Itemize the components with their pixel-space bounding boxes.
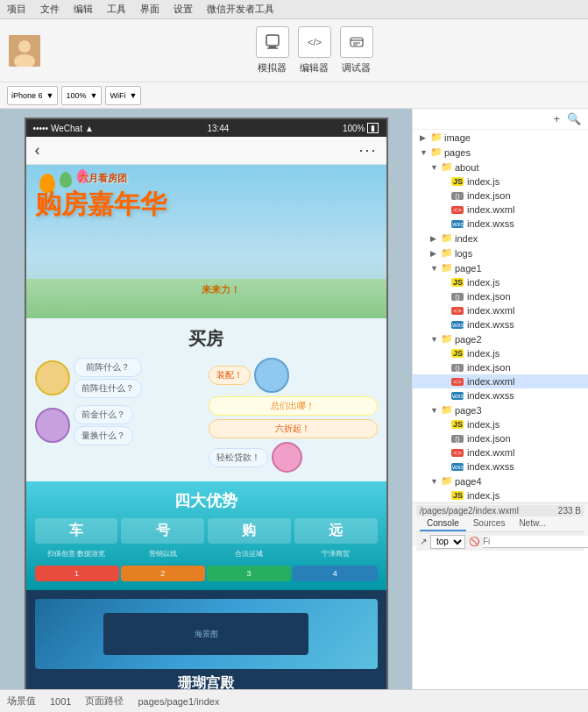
- folder-page1[interactable]: ▼ 📁 page1: [413, 260, 588, 275]
- svg-rect-3: [266, 35, 279, 46]
- phone-status-bar: ••••• WeChat ▲ 13:44 100% ▮: [26, 119, 386, 137]
- phone-frame: ••••• WeChat ▲ 13:44 100% ▮ ‹ ···: [25, 117, 388, 689]
- more-button[interactable]: ···: [358, 141, 377, 160]
- banner-image: 六月看房团 购房嘉年华 400-8828-7886 来来力！: [26, 165, 386, 318]
- tag-1: 前阵什么？: [74, 358, 142, 377]
- menu-item-view[interactable]: 界面: [140, 3, 159, 16]
- page2-index-wxss[interactable]: wxss index.wxss: [413, 388, 588, 402]
- field-label: 场景值: [7, 694, 36, 708]
- svg-point-1: [18, 40, 31, 53]
- console-cursor-icon: ↗: [420, 537, 427, 546]
- tag-2: 前阵往什么？: [74, 379, 142, 398]
- banner-line1: 六月看房团: [79, 172, 127, 185]
- menu-bar: 项目 文件 编辑 工具 界面 设置 微信开发者工具: [0, 0, 588, 19]
- debugger-button[interactable]: 调试器: [340, 26, 373, 75]
- wechat-label: WeChat: [51, 124, 82, 133]
- advantages-section: 四大优势 车 号 购 远: [26, 481, 386, 590]
- menu-item-file[interactable]: 文件: [40, 3, 60, 16]
- adv-item-1: 车: [35, 518, 118, 544]
- buy-house-right: 装配！ 总们出哪！ 六折起！ 轻松贷款！: [209, 358, 378, 473]
- avatar-4: [272, 442, 302, 473]
- page1-index-json[interactable]: {} index.json: [413, 289, 588, 303]
- back-button[interactable]: ‹: [35, 141, 40, 160]
- page1-index-js[interactable]: JS index.js: [413, 275, 588, 289]
- page1-index-wxml[interactable]: <> index.wxml: [413, 303, 588, 317]
- page3-index-wxss[interactable]: wxss index.wxss: [413, 459, 588, 473]
- advantages-title: 四大优势: [35, 490, 378, 511]
- folder-logs[interactable]: ▶ 📁 logs: [413, 246, 588, 260]
- console-bar: ↗ top 🚫: [416, 531, 584, 551]
- avatar: [9, 35, 40, 67]
- advantages-sub: 扫保创意·数据游览 营销以线 合法运城 宁泽商贸: [35, 549, 378, 559]
- palace-title: 珊瑚宫殿: [35, 674, 378, 689]
- battery-icon: ▮: [367, 123, 379, 133]
- page3-index-js[interactable]: JS index.js: [413, 417, 588, 431]
- tag-r4: 轻松贷款！: [209, 448, 268, 467]
- search-icon[interactable]: 🔍: [567, 112, 581, 125]
- simulator-button[interactable]: 模拟器: [256, 26, 289, 75]
- buy-house-section: 买房 前阵什么？ 前阵往什么？: [26, 318, 386, 481]
- tab-console[interactable]: Console: [420, 516, 466, 531]
- console-input[interactable]: [483, 536, 588, 548]
- folder-page2[interactable]: ▼ 📁 page2: [413, 331, 588, 346]
- about-index-js[interactable]: JS index.js: [413, 174, 588, 189]
- menu-item-wechat-tools[interactable]: 微信开发者工具: [207, 3, 274, 16]
- adv-item-4: 远: [294, 518, 378, 544]
- tab-network[interactable]: Netw...: [512, 516, 553, 531]
- path-value: pages/page1/index: [138, 696, 219, 707]
- menu-item-edit[interactable]: 编辑: [74, 3, 93, 16]
- page4-index-js[interactable]: JS index.js: [413, 488, 588, 502]
- folder-index[interactable]: ▶ 📁 index: [413, 231, 588, 246]
- phone-nav-bar: ‹ ···: [26, 137, 386, 165]
- add-file-icon[interactable]: +: [553, 112, 560, 125]
- buy-house-title: 买房: [35, 327, 378, 351]
- tag-4: 量换什么？: [74, 426, 133, 445]
- about-index-wxss[interactable]: wxss index.wxss: [413, 217, 588, 231]
- folder-page4[interactable]: ▼ 📁 page4: [413, 473, 588, 488]
- folder-page3[interactable]: ▼ 📁 page3: [413, 402, 588, 417]
- file-tab-bar: Console Sources Netw...: [416, 516, 584, 531]
- menu-item-tools[interactable]: 工具: [107, 3, 126, 16]
- tag-r3: 六折起！: [209, 419, 378, 438]
- folder-image[interactable]: ▶ 📁 image: [413, 130, 588, 145]
- phone-content[interactable]: 六月看房团 购房嘉年华 400-8828-7886 来来力！ 买房: [26, 165, 386, 689]
- signal-dots: •••••: [33, 124, 49, 133]
- folder-pages[interactable]: ▼ 📁 pages: [413, 145, 588, 160]
- page2-index-wxml[interactable]: <> index.wxml: [413, 374, 588, 388]
- banner-line2: 购房嘉年华: [35, 187, 166, 223]
- network-select[interactable]: WiFi ▼: [105, 86, 141, 105]
- avatar-3: [254, 358, 289, 393]
- tab-sources[interactable]: Sources: [466, 516, 513, 531]
- svg-text:</>: </>: [308, 37, 322, 47]
- adv-item-3: 购: [208, 518, 291, 544]
- tag-3: 前金什么？: [74, 405, 133, 424]
- console-select[interactable]: top: [430, 535, 465, 549]
- menu-item-settings[interactable]: 设置: [174, 3, 193, 16]
- page3-index-json[interactable]: {} index.json: [413, 431, 588, 445]
- battery-pct: 100%: [343, 124, 365, 133]
- about-index-wxml[interactable]: <> index.wxml: [413, 203, 588, 217]
- field-value: 1001: [50, 696, 71, 707]
- folder-about[interactable]: ▼ 📁 about: [413, 160, 588, 174]
- toolbar: 模拟器 </> 编辑器 调试器: [0, 19, 588, 82]
- banner-sub: 来来力！: [202, 283, 240, 296]
- zoom-select[interactable]: 100% ▼: [61, 86, 102, 105]
- phone-area: ••••• WeChat ▲ 13:44 100% ▮ ‹ ···: [0, 109, 412, 689]
- adv-item-2: 号: [121, 518, 204, 544]
- page3-index-wxml[interactable]: <> index.wxml: [413, 445, 588, 459]
- page2-index-json[interactable]: {} index.json: [413, 360, 588, 374]
- buy-house-grid: 前阵什么？ 前阵往什么？ 前金什么？ 量换什么？: [35, 358, 378, 473]
- path-label: 页面路径: [85, 694, 124, 708]
- file-panel: + 🔍 ▶ 📁 image ▼ 📁 pages ▼ 📁 about JS ind…: [412, 109, 588, 689]
- buy-house-left: 前阵什么？ 前阵往什么？ 前金什么？ 量换什么？: [35, 358, 204, 473]
- file-path: /pages/page2/index.wxml 233 B: [416, 505, 584, 516]
- controls-bar: iPhone 6 ▼ 100% ▼ WiFi ▼: [0, 82, 588, 109]
- menu-item-project[interactable]: 项目: [7, 3, 26, 16]
- device-select[interactable]: iPhone 6 ▼: [7, 86, 58, 105]
- page2-index-js[interactable]: JS index.js: [413, 346, 588, 360]
- about-index-json[interactable]: {} index.json: [413, 189, 588, 203]
- main-area: ••••• WeChat ▲ 13:44 100% ▮ ‹ ···: [0, 109, 588, 689]
- page1-index-wxss[interactable]: wxss index.wxss: [413, 317, 588, 331]
- editor-button[interactable]: </> 编辑器: [298, 26, 331, 75]
- tag-r1: 装配！: [209, 366, 251, 385]
